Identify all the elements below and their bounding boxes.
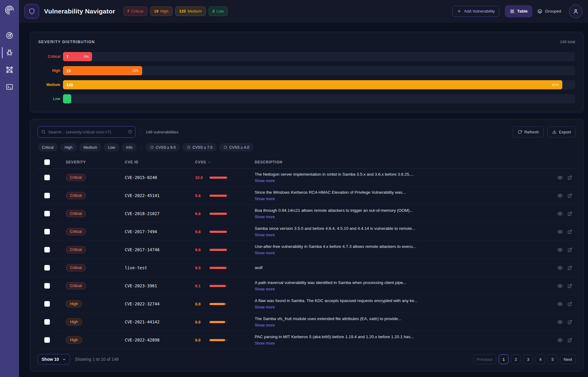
sidebar-nav — [0, 29, 19, 97]
show-more-link[interactable]: Show more — [255, 215, 275, 219]
page-size-select[interactable]: Show 10 — [38, 354, 70, 364]
table-row: HighCVE-2022-327448.8A flaw was found in… — [38, 295, 576, 313]
show-more-link[interactable]: Show more — [255, 233, 275, 237]
view-eye-icon[interactable] — [557, 265, 563, 271]
gauge-icon — [150, 145, 154, 149]
row-actions-cell — [544, 229, 576, 234]
external-link-icon[interactable] — [568, 266, 572, 270]
bug-icon — [6, 49, 13, 57]
view-eye-icon[interactable] — [557, 247, 563, 252]
external-link-icon[interactable] — [568, 193, 572, 198]
view-eye-icon[interactable] — [557, 175, 563, 180]
pagination-next[interactable]: Next — [560, 354, 576, 364]
view-eye-icon[interactable] — [557, 193, 563, 198]
table-row: CriticalCVE-2015-024010.0The Netlogon se… — [38, 169, 576, 187]
filter-chip-low[interactable]: Low — [104, 143, 119, 151]
external-link-icon[interactable] — [568, 248, 572, 252]
filter-chip-medium[interactable]: Medium — [79, 143, 101, 151]
row-checkbox[interactable] — [44, 283, 50, 289]
view-eye-icon[interactable] — [557, 211, 563, 216]
view-toggle-table[interactable]: Table — [505, 5, 532, 17]
row-cve-cell: CVE-2023-3961 — [125, 283, 195, 289]
badge-label: Medium — [187, 9, 202, 13]
filter-chip-info[interactable]: Info — [122, 143, 137, 151]
external-link-icon[interactable] — [568, 211, 572, 216]
show-more-link[interactable]: Show more — [255, 196, 275, 201]
view-eye-icon[interactable] — [557, 319, 563, 325]
view-grouped-label: Grouped — [545, 9, 561, 13]
external-link-icon[interactable] — [568, 302, 572, 306]
toolbar-divider — [140, 129, 141, 135]
filter-chip-high[interactable]: High — [60, 143, 77, 151]
pagination-page-1[interactable]: 1 — [499, 354, 508, 364]
row-actions-cell — [544, 211, 576, 216]
view-toggle-grouped[interactable]: Grouped — [534, 5, 564, 17]
severity-badge: Critical — [66, 192, 86, 199]
external-link-icon[interactable] — [568, 320, 572, 324]
table-row: CriticalCVE-2017-147469.8Use-after-free … — [38, 241, 576, 259]
row-checkbox[interactable] — [44, 337, 50, 343]
column-header-cvss[interactable]: CVSS — [195, 160, 255, 164]
view-eye-icon[interactable] — [557, 283, 563, 289]
total-count-label: 148 total — [560, 39, 575, 44]
cve-id: CVE-2018-21027 — [125, 211, 160, 216]
row-checkbox[interactable] — [44, 319, 50, 325]
cvss-bar-fill — [209, 267, 226, 269]
row-severity-cell: Critical — [66, 228, 125, 235]
pagination-page-3[interactable]: 3 — [523, 354, 533, 364]
external-link-icon[interactable] — [568, 175, 572, 180]
sidebar-item-network[interactable] — [0, 63, 19, 77]
column-header-severity[interactable]: SEVERITY — [66, 160, 125, 164]
external-link-icon[interactable] — [568, 284, 572, 288]
row-checkbox[interactable] — [44, 175, 50, 180]
export-label: Export — [559, 130, 571, 134]
view-eye-icon[interactable] — [557, 338, 563, 343]
row-checkbox[interactable] — [44, 229, 50, 234]
view-eye-icon[interactable] — [557, 301, 563, 307]
show-more-link[interactable]: Show more — [255, 287, 275, 291]
show-more-link[interactable]: Show more — [255, 178, 275, 183]
row-checkbox[interactable] — [44, 247, 50, 252]
external-link-icon[interactable] — [568, 230, 572, 234]
select-all-checkbox[interactable] — [44, 159, 50, 165]
sidebar-item-bug[interactable] — [0, 46, 19, 59]
filter-chip-cvss-1[interactable]: CVSS ≥ 7.0 — [182, 143, 216, 151]
show-more-link[interactable]: Show more — [255, 341, 275, 345]
external-link-icon[interactable] — [568, 338, 572, 342]
vulnerability-list-panel: 148 vulnerabilities Refresh Export Criti… — [30, 119, 583, 371]
search-input[interactable] — [38, 126, 135, 138]
sidebar-item-radar[interactable] — [0, 29, 19, 42]
row-checkbox[interactable] — [44, 265, 50, 271]
cvss-bar-track — [209, 285, 227, 287]
filter-chip-cvss-0[interactable]: CVSS ≥ 9.0 — [146, 143, 180, 151]
column-header-cve[interactable]: CVE ID — [125, 160, 195, 164]
row-checkbox[interactable] — [44, 193, 50, 198]
row-checkbox[interactable] — [44, 301, 50, 307]
export-button[interactable]: Export — [547, 126, 576, 137]
description-text: Since the Windows Kerberos RC4-HMAC Elev… — [255, 190, 538, 195]
view-eye-icon[interactable] — [557, 229, 563, 234]
app-logo-icon[interactable] — [3, 4, 16, 17]
severity-distribution-panel: SEVERITY DISTRIBUTION 148 total Critical… — [30, 32, 583, 112]
table-row: CriticalCVE-2023-39619.1A path traversal… — [38, 277, 576, 295]
help-icon[interactable] — [128, 129, 132, 134]
add-vulnerability-button[interactable]: Add Vulnerability — [452, 6, 499, 17]
pagination-page-4[interactable]: 4 — [535, 354, 545, 364]
show-more-link[interactable]: Show more — [255, 251, 275, 255]
row-cve-cell: CVE-2022-32744 — [125, 301, 195, 307]
show-more-link[interactable]: Show more — [255, 305, 275, 309]
row-description-cell: A flaw was found in Samba. The KDC accep… — [255, 298, 544, 309]
avatar[interactable] — [569, 5, 582, 18]
filter-chip-cvss-2[interactable]: CVSS ≥ 4.0 — [219, 143, 253, 151]
filter-chip-critical[interactable]: Critical — [38, 143, 58, 151]
sidebar-item-terminal[interactable] — [0, 80, 19, 94]
header-severity-badges: 7Critical19High120Medium2Low — [123, 6, 228, 16]
row-checkbox[interactable] — [44, 211, 50, 216]
severity-bar-label: High — [38, 69, 60, 73]
pagination-page-5[interactable]: 5 — [548, 354, 557, 364]
pagination-previous[interactable]: Previous — [473, 354, 497, 364]
show-more-link[interactable]: Show more — [255, 323, 275, 327]
refresh-button[interactable]: Refresh — [513, 126, 544, 137]
cvss-score: 9.8 — [195, 211, 207, 216]
pagination-page-2[interactable]: 2 — [511, 354, 521, 364]
